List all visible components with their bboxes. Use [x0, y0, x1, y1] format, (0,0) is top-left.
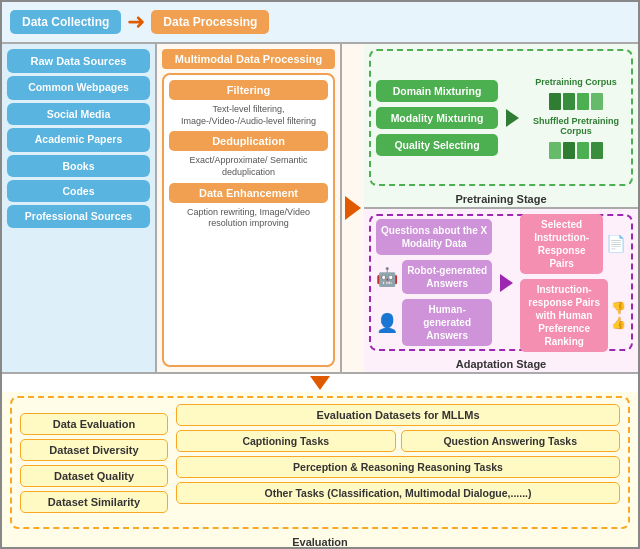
dataset-quality-box: Dataset Quality	[20, 465, 168, 487]
left-panel: Raw Data Sources Common Webpages Social …	[2, 44, 157, 372]
left-item-professional: Professional Sources	[7, 205, 150, 229]
corpus-books-1	[549, 93, 603, 110]
doc-icon: 📄	[606, 234, 626, 253]
robot-box: Robot-generated Answers	[402, 260, 492, 294]
eval-inner: Data Evaluation Dataset Diversity Datase…	[10, 396, 630, 529]
perception-reasoning-box: Perception & Reasoning Reasoning Tasks	[176, 456, 620, 478]
dataset-similarity-box: Dataset Similarity	[20, 491, 168, 513]
eval-row-3: Other Tasks (Classification, Multimodal …	[176, 482, 620, 504]
pretrain-steps: Domain Mixturing Modality Mixturing Qual…	[376, 80, 498, 156]
shuffled-corpus-label: Shuffled Pretraining Corpus	[526, 116, 626, 136]
pretrain-arrow	[503, 109, 521, 127]
adapt-left-col: Questions about the X Modality Data 🤖 Ro…	[376, 219, 492, 346]
left-item-social: Social Media	[7, 103, 150, 125]
left-item-common: Common Webpages	[7, 76, 150, 100]
right-panel: Domain Mixturing Modality Mixturing Qual…	[364, 44, 638, 372]
adapt-arrow	[497, 274, 515, 292]
middle-panel: Multimodal Data Processing Filtering Tex…	[157, 44, 342, 372]
header-row: Data Collecting ➜ Data Processing	[2, 2, 638, 44]
evaluation-label: Evaluation	[284, 536, 356, 548]
pretrain-inner: Domain Mixturing Modality Mixturing Qual…	[369, 49, 633, 186]
adapt-inner: Questions about the X Modality Data 🤖 Ro…	[369, 214, 633, 351]
selected-pairs-row: Selected Instruction-Response Pairs 📄	[520, 214, 626, 274]
pretraining-stage-label: Pretraining Stage	[449, 193, 552, 205]
process-group-box: Filtering Text-level filtering, Image-/V…	[162, 73, 335, 367]
corpus-blocks: Pretraining Corpus Shuffled Pretraining …	[526, 77, 626, 159]
left-item-books: Books	[7, 155, 150, 177]
enhance-box: Data Enhancement	[169, 183, 328, 203]
qa-tasks-box: Question Answering Tasks	[401, 430, 621, 452]
adapt-right-col: Selected Instruction-Response Pairs 📄 In…	[520, 214, 626, 352]
adaptation-stage-label: Adaptation Stage	[450, 358, 552, 370]
eval-left: Data Evaluation Dataset Diversity Datase…	[20, 404, 168, 521]
dedup-desc: Exact/Approximate/ Semantic deduplicatio…	[169, 155, 328, 178]
eval-right: Evaluation Datasets for MLLMs Captioning…	[176, 404, 620, 521]
domain-mixing-box: Domain Mixturing	[376, 80, 498, 102]
eval-row-1: Captioning Tasks Question Answering Task…	[176, 430, 620, 452]
data-evaluation-box: Data Evaluation	[20, 413, 168, 435]
robot-answers-row: 🤖 Robot-generated Answers	[376, 260, 492, 294]
selected-box: Selected Instruction-Response Pairs	[520, 214, 603, 274]
dedup-box: Deduplication	[169, 131, 328, 151]
quality-selecting-box: Quality Selecting	[376, 134, 498, 156]
ranked-box: Instruction-response Pairs with Human Pr…	[520, 279, 608, 352]
dataset-diversity-box: Dataset Diversity	[20, 439, 168, 461]
eval-datasets-header: Evaluation Datasets for MLLMs	[176, 404, 620, 426]
multimodal-label: Multimodal Data Processing	[162, 49, 335, 69]
captioning-tasks-box: Captioning Tasks	[176, 430, 396, 452]
evaluation-section: Data Evaluation Dataset Diversity Datase…	[2, 392, 638, 549]
questions-box: Questions about the X Modality Data	[376, 219, 492, 255]
modality-mixing-box: Modality Mixturing	[376, 107, 498, 129]
robot-emoji: 🤖	[376, 266, 398, 288]
left-item-academic: Academic Papers	[7, 128, 150, 152]
eval-row-2: Perception & Reasoning Reasoning Tasks	[176, 456, 620, 478]
corpus-books-2	[549, 142, 603, 159]
data-collecting-header: Data Collecting	[10, 10, 121, 34]
thumbs-icons: 👎 👍	[611, 301, 626, 330]
thumbs-up-icon: 👍	[611, 316, 626, 330]
human-answers-row: 👤 Human-generated Answers	[376, 299, 492, 346]
data-processing-header: Data Processing	[151, 10, 269, 34]
pretrain-corpus-label: Pretraining Corpus	[535, 77, 617, 87]
human-box: Human-generated Answers	[402, 299, 492, 346]
raw-data-sources-title: Raw Data Sources	[7, 49, 150, 73]
middle-to-right-arrow	[342, 44, 364, 372]
other-tasks-box: Other Tasks (Classification, Multimodal …	[176, 482, 620, 504]
filtering-desc: Text-level filtering, Image-/Video-/Audi…	[169, 104, 328, 127]
human-emoji: 👤	[376, 312, 398, 334]
main-content: Raw Data Sources Common Webpages Social …	[2, 44, 638, 374]
adaptation-section: Questions about the X Modality Data 🤖 Ro…	[364, 209, 638, 372]
thumbs-down-icon: 👎	[611, 301, 626, 315]
filtering-box: Filtering	[169, 80, 328, 100]
down-arrow-section	[2, 374, 638, 392]
pretraining-section: Domain Mixturing Modality Mixturing Qual…	[364, 44, 638, 209]
left-item-codes: Codes	[7, 180, 150, 202]
header-arrow-right: ➜	[127, 11, 145, 33]
enhance-desc: Caption rewriting, Image/Video resolutio…	[169, 207, 328, 230]
page-wrapper: Data Collecting ➜ Data Processing Raw Da…	[0, 0, 640, 549]
ranked-pairs-row: Instruction-response Pairs with Human Pr…	[520, 279, 626, 352]
